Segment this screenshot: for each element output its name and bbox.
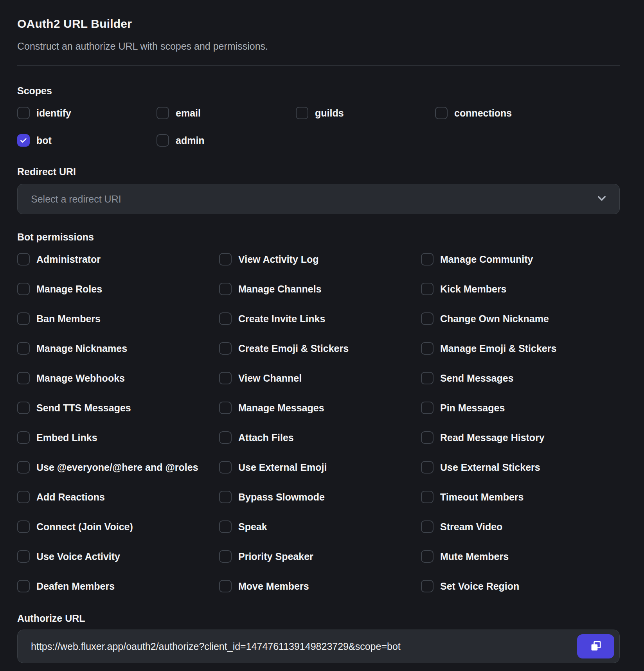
permission-checkbox-manage-nicknames[interactable] [17,342,30,355]
permission-checkbox-timeout-members[interactable] [421,491,434,503]
permission-item-read-message-history[interactable]: Read Message History [421,431,620,444]
permission-item-manage-emoji-stickers[interactable]: Manage Emoji & Stickers [421,342,620,355]
permission-checkbox-manage-roles[interactable] [17,283,30,295]
scope-label-identify: identify [36,108,71,119]
permission-label-set-voice-region: Set Voice Region [440,581,519,592]
permission-label-manage-emoji-stickers: Manage Emoji & Stickers [440,343,556,354]
permission-checkbox-mute-members[interactable] [421,550,434,563]
permission-item-create-invite-links[interactable]: Create Invite Links [219,312,418,325]
permission-label-view-activity-log: View Activity Log [238,254,319,265]
permission-item-manage-messages[interactable]: Manage Messages [219,402,418,414]
scope-checkbox-identify[interactable] [17,107,30,119]
permission-item-manage-community[interactable]: Manage Community [421,253,620,266]
permission-checkbox-manage-community[interactable] [421,253,434,266]
permission-item-timeout-members[interactable]: Timeout Members [421,491,620,503]
permission-checkbox-use-voice-activity[interactable] [17,550,30,563]
permission-item-create-emoji-stickers[interactable]: Create Emoji & Stickers [219,342,418,355]
permission-item-kick-members[interactable]: Kick Members [421,283,620,295]
permission-item-send-tts-messages[interactable]: Send TTS Messages [17,402,216,414]
scope-checkbox-admin[interactable] [157,134,169,147]
permission-item-embed-links[interactable]: Embed Links [17,431,216,444]
permission-item-stream-video[interactable]: Stream Video [421,520,620,533]
permission-item-deafen-members[interactable]: Deafen Members [17,580,216,592]
permission-item-priority-speaker[interactable]: Priority Speaker [219,550,418,563]
permission-checkbox-embed-links[interactable] [17,431,30,444]
permission-item-ban-members[interactable]: Ban Members [17,312,216,325]
permission-label-bypass-slowmode: Bypass Slowmode [238,492,325,503]
permission-item-use-voice-activity[interactable]: Use Voice Activity [17,550,216,563]
scope-item-identify[interactable]: identify [17,107,157,119]
permission-checkbox-speak[interactable] [219,520,232,533]
scope-checkbox-guilds[interactable] [296,107,308,119]
permission-item-add-reactions[interactable]: Add Reactions [17,491,216,503]
permission-checkbox-set-voice-region[interactable] [421,580,434,592]
permission-checkbox-connect-join-voice[interactable] [17,520,30,533]
permission-item-send-messages[interactable]: Send Messages [421,372,620,384]
scope-label-connections: connections [454,108,512,119]
permission-label-kick-members: Kick Members [440,283,507,295]
permission-item-set-voice-region[interactable]: Set Voice Region [421,580,620,592]
permission-checkbox-bypass-slowmode[interactable] [219,491,232,503]
permission-label-timeout-members: Timeout Members [440,492,523,503]
permission-checkbox-use-external-stickers[interactable] [421,461,434,474]
permissions-column: Administrator Manage Roles Ban Members M… [17,253,216,592]
scope-item-admin[interactable]: admin [157,134,296,147]
permission-checkbox-add-reactions[interactable] [17,491,30,503]
permission-item-change-own-nickname[interactable]: Change Own Nickname [421,312,620,325]
permission-item-manage-roles[interactable]: Manage Roles [17,283,216,295]
permission-checkbox-deafen-members[interactable] [17,580,30,592]
redirect-uri-select[interactable]: Select a redirect URI [17,184,620,214]
permission-item-administrator[interactable]: Administrator [17,253,216,266]
permission-checkbox-attach-files[interactable] [219,431,232,444]
permission-checkbox-view-channel[interactable] [219,372,232,384]
permission-item-manage-nicknames[interactable]: Manage Nicknames [17,342,216,355]
permission-label-speak: Speak [238,521,267,533]
permission-checkbox-priority-speaker[interactable] [219,550,232,563]
permission-checkbox-stream-video[interactable] [421,520,434,533]
permission-checkbox-use-external-emoji[interactable] [219,461,232,474]
permission-item-connect-join-voice[interactable]: Connect (Join Voice) [17,520,216,533]
scope-checkbox-connections[interactable] [435,107,448,119]
permission-item-manage-webhooks[interactable]: Manage Webhooks [17,372,216,384]
permission-item-speak[interactable]: Speak [219,520,418,533]
permission-item-use-everyone-here-and-roles[interactable]: Use @everyone/@here and @roles [17,461,216,474]
permission-item-mute-members[interactable]: Mute Members [421,550,620,563]
permission-checkbox-ban-members[interactable] [17,312,30,325]
permission-item-manage-channels[interactable]: Manage Channels [219,283,418,295]
permission-item-pin-messages[interactable]: Pin Messages [421,402,620,414]
permission-checkbox-manage-webhooks[interactable] [17,372,30,384]
permission-checkbox-change-own-nickname[interactable] [421,312,434,325]
scope-checkbox-email[interactable] [157,107,169,119]
permission-checkbox-create-emoji-stickers[interactable] [219,342,232,355]
scope-label-admin: admin [176,135,205,146]
scope-item-email[interactable]: email [157,107,296,119]
permission-checkbox-send-tts-messages[interactable] [17,402,30,414]
permission-checkbox-kick-members[interactable] [421,283,434,295]
permission-item-use-external-emoji[interactable]: Use External Emoji [219,461,418,474]
permission-checkbox-pin-messages[interactable] [421,402,434,414]
permission-item-attach-files[interactable]: Attach Files [219,431,418,444]
page-title: OAuth2 URL Builder [17,17,620,30]
permission-checkbox-create-invite-links[interactable] [219,312,232,325]
permission-checkbox-manage-channels[interactable] [219,283,232,295]
permission-checkbox-read-message-history[interactable] [421,431,434,444]
permission-item-use-external-stickers[interactable]: Use External Stickers [421,461,620,474]
permission-checkbox-view-activity-log[interactable] [219,253,232,266]
permission-checkbox-use-everyone-here-and-roles[interactable] [17,461,30,474]
permission-item-bypass-slowmode[interactable]: Bypass Slowmode [219,491,418,503]
copy-url-button[interactable] [577,634,614,658]
permission-checkbox-manage-messages[interactable] [219,402,232,414]
permission-item-view-channel[interactable]: View Channel [219,372,418,384]
scope-item-guilds[interactable]: guilds [296,107,435,119]
scope-checkbox-bot[interactable] [17,134,30,147]
permission-label-mute-members: Mute Members [440,551,509,562]
permission-checkbox-manage-emoji-stickers[interactable] [421,342,434,355]
scope-item-connections[interactable]: connections [435,107,620,119]
scope-item-bot[interactable]: bot [17,134,157,147]
permission-checkbox-administrator[interactable] [17,253,30,266]
permission-item-move-members[interactable]: Move Members [219,580,418,592]
permission-item-view-activity-log[interactable]: View Activity Log [219,253,418,266]
permission-checkbox-send-messages[interactable] [421,372,434,384]
permission-checkbox-move-members[interactable] [219,580,232,592]
chevron-down-icon [596,192,608,206]
